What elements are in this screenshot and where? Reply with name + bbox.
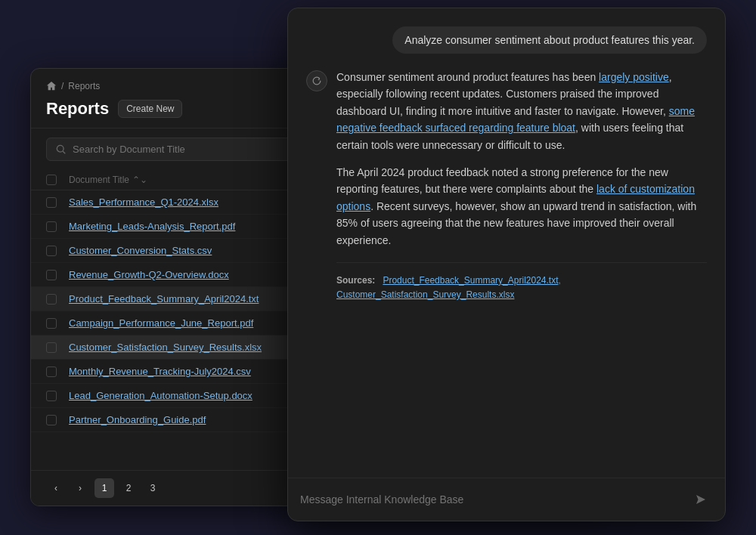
assistant-message: Consumer sentiment around product featur… [306,69,707,302]
user-message: Analyze consumer sentiment about product… [306,26,707,54]
row-checkbox[interactable] [46,221,57,232]
user-bubble-text: Analyze consumer sentiment about product… [392,26,707,54]
page-1-button[interactable]: 1 [94,478,114,498]
create-new-button[interactable]: Create New [118,100,182,118]
row-checkbox[interactable] [46,366,57,377]
send-icon [695,493,707,506]
row-checkbox[interactable] [46,270,57,280]
response-p2-after: . Recent surveys, however, show an upwar… [336,200,696,246]
row-checkbox[interactable] [46,246,57,256]
row-checkbox[interactable] [46,294,57,305]
svg-point-0 [57,145,64,152]
row-checkbox[interactable] [46,415,57,425]
svg-line-1 [63,151,65,153]
row-checkbox[interactable] [46,342,57,353]
row-checkbox[interactable] [46,197,57,208]
source1-link[interactable]: Product_Feedback_Summary_April2024.txt [383,275,558,286]
page-2-button[interactable]: 2 [119,478,138,498]
page-3-button[interactable]: 3 [143,478,163,498]
assistant-avatar [306,70,327,91]
select-all-checkbox[interactable] [46,175,57,185]
prev-page-button[interactable]: ‹ [46,478,66,498]
chat-footer [288,478,725,521]
chat-panel: Analyze consumer sentiment about product… [287,8,726,521]
home-icon [46,81,57,91]
largely-positive-link[interactable]: largely positive [599,71,669,83]
row-checkbox[interactable] [46,391,57,401]
refresh-icon [311,76,322,86]
breadcrumb-page: Reports [68,81,100,91]
page-title: Reports [46,99,109,119]
source2-link[interactable]: Customer_Satisfaction_Survey_Results.xls… [336,289,514,300]
send-button[interactable] [689,487,713,512]
assistant-text: Consumer sentiment around product featur… [336,69,707,302]
chat-input[interactable] [300,493,681,506]
page-controls: ‹ › 1 2 3 [46,478,163,498]
sort-icon[interactable]: ⌃⌄ [132,175,147,185]
next-page-button[interactable]: › [70,478,90,498]
row-checkbox[interactable] [46,318,57,329]
response-p1-before: Consumer sentiment around product featur… [336,71,599,83]
sources-section: Sources: Product_Feedback_Summary_April2… [336,262,707,302]
chat-body: Analyze consumer sentiment about product… [288,8,725,478]
breadcrumb-separator: / [61,81,64,91]
sources-label: Sources: [336,275,375,286]
search-icon [56,144,67,155]
